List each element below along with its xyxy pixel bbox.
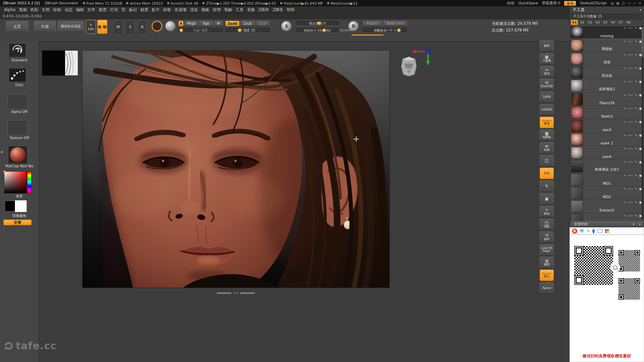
brush-icon[interactable]: ✎	[635, 26, 637, 29]
view-tab[interactable]: V8	[625, 20, 632, 25]
polypaint-dots-icon[interactable]: ∙∙∙	[628, 147, 633, 150]
titlebar-tool-icon[interactable]: ▭	[627, 1, 630, 5]
subtool-panel-title[interactable]: 子工具	[573, 7, 585, 13]
menu-item[interactable]: 图层	[99, 7, 107, 13]
handwriting-icon[interactable]: ✎	[587, 229, 590, 233]
subtool-row-eye4_1[interactable]: ▾ ∙∙∙ ✎ ◉ eye4_1	[570, 133, 644, 146]
menu-item[interactable]: 渲染	[190, 7, 198, 13]
brush-icon[interactable]: ✎	[635, 80, 637, 83]
replay-last-button[interactable]: 重缴最后	[363, 21, 382, 26]
subtool-row-extract2[interactable]: ▾ ∙∙∙ ✎ ◉ Extract2	[570, 200, 644, 213]
menu-item[interactable]: 编辑	[76, 7, 84, 13]
right-shelf-button-scroll[interactable]: ↔ 滚动	[540, 66, 554, 77]
right-shelf-button-orbit[interactable]: ↻	[540, 180, 554, 192]
subtool-row-fibers39[interactable]: ▾ ∙∙∙ ✎ ◉ Fibers39	[570, 93, 644, 106]
polypaint-dots-icon[interactable]: ∙∙∙	[628, 53, 633, 56]
subtool-thumbnail[interactable]	[571, 107, 583, 119]
z-intensity-slider[interactable]: Z 强度 25	[225, 28, 270, 33]
brush-icon[interactable]: ✎	[635, 67, 637, 70]
subtool-thumbnail[interactable]	[571, 174, 583, 186]
subtool-thumbnail[interactable]	[571, 200, 583, 213]
stroke-thumbnail[interactable]	[9, 68, 26, 82]
focal-shift-slider[interactable]: 焦点衰减 0	[296, 21, 339, 26]
right-shelf-button-zoom2d[interactable]: ◎ Zoom2D	[540, 78, 554, 90]
menu-item[interactable]: 拾取	[163, 7, 171, 13]
menu-item[interactable]: 帮助	[287, 7, 295, 13]
texture-thumbnail[interactable]	[7, 120, 28, 135]
right-shelf-button-xyz[interactable]: XYZ	[540, 168, 554, 179]
current-brush-icon[interactable]	[151, 20, 163, 33]
menu-item[interactable]: 标记	[129, 7, 137, 13]
lightbox-button[interactable]: 灯箱	[34, 21, 56, 32]
sogou-logo-icon[interactable]: S	[572, 228, 577, 234]
m-button[interactable]: M	[214, 21, 223, 26]
polypaint-dots-icon[interactable]: ∙∙∙	[628, 94, 633, 97]
caret-down-icon[interactable]: ▾	[625, 40, 626, 43]
subtool-row[interactable]: ▾ ∙∙∙ ✎ ◉ 基础色	[570, 39, 644, 52]
caret-down-icon[interactable]: ▾	[625, 174, 626, 177]
secondary-color-swatch[interactable]	[5, 201, 15, 212]
alpha-thumbnail[interactable]	[7, 94, 28, 109]
titlebar-tool-icon[interactable]: ×	[639, 1, 641, 5]
brush-thumbnail[interactable]	[9, 43, 26, 57]
menu-toggle-button[interactable]: 菜单	[564, 1, 576, 6]
replay-last-relative-button[interactable]: 重缴最后相对	[383, 21, 407, 26]
subtool-row-eye4[interactable]: ▾ ∙∙∙ ✎ ◉ eye4	[570, 146, 644, 160]
scale-mode-button[interactable]: S	[125, 20, 135, 33]
subtool-row[interactable]: ▾ ∙∙∙ ✎ ◉ 身体预设 少女1	[570, 160, 644, 173]
polypaint-dots-icon[interactable]: ∙∙∙	[628, 120, 633, 123]
menu-item[interactable]: 文件	[87, 7, 95, 13]
polypaint-dots-icon[interactable]: ∙∙∙	[628, 80, 633, 83]
chevron-down-icon[interactable]: ▾	[640, 8, 641, 12]
adjust-last-slider[interactable]: 调整最后一个 1	[363, 28, 407, 33]
panel-scrollbar[interactable]	[642, 25, 643, 219]
list-all-button[interactable]: 全部列出	[571, 221, 630, 227]
brush-icon[interactable]: ✎	[635, 53, 637, 56]
subtool-row-moxing[interactable]: ▾ ∙∙∙ ✎ ◉ moxing	[570, 25, 644, 39]
subtool-thumbnail[interactable]	[571, 120, 583, 132]
caret-down-icon[interactable]: ▾	[625, 53, 626, 56]
menu-item[interactable]: 宏	[121, 7, 125, 13]
stroke-preview-thumbnail[interactable]	[42, 50, 78, 76]
caret-down-icon[interactable]: ▾	[625, 120, 626, 123]
a-toggle-button[interactable]: A	[178, 21, 183, 26]
right-shelf-button-rotate[interactable]: ↺ 旋转	[540, 231, 554, 243]
zcut-button[interactable]: Zcut	[256, 21, 270, 26]
caret-down-icon[interactable]: ▾	[625, 134, 626, 137]
polypaint-dots-icon[interactable]: ∙∙∙	[628, 174, 633, 177]
move-mode-button[interactable]: M	[113, 20, 123, 33]
brush-icon[interactable]: ✎	[635, 201, 637, 204]
brush-icon[interactable]: ✎	[635, 94, 637, 97]
scroll-down-icon[interactable]: ▾	[640, 16, 641, 18]
material-thumbnail[interactable]	[8, 146, 28, 164]
right-shelf-button-lsym[interactable]: ⇄ 对称	[540, 142, 554, 154]
head-gizmo[interactable]	[400, 55, 418, 78]
dynamic-mode-button[interactable]: D	[347, 20, 360, 33]
zsub-button[interactable]: Zsub	[240, 21, 255, 26]
scrollbar-thumb[interactable]	[642, 27, 643, 57]
current-material-sphere[interactable]	[164, 20, 176, 33]
right-shelf-button-aahalf[interactable]: AA50%	[540, 104, 554, 115]
subtool-thumbnail[interactable]	[571, 160, 583, 172]
ui-transparent-label[interactable]: 界面透明 0	[542, 1, 560, 6]
menu-item[interactable]: 灯光	[110, 7, 118, 13]
titlebar-tool-icon[interactable]: ◫	[622, 1, 625, 5]
draw-size-slider[interactable]: 绘制大小 26.8692	[296, 28, 339, 33]
panel-collapse-icon[interactable]: ◀	[0, 150, 3, 154]
switch-color-button[interactable]: 交替	[3, 220, 32, 225]
preview-boolean-button[interactable]: 预览布尔渲染	[58, 21, 84, 32]
home-button[interactable]: 主页	[6, 21, 28, 32]
menu-item[interactable]: 笔触	[224, 7, 232, 13]
brush-icon[interactable]: ✎	[635, 174, 637, 177]
brush-icon[interactable]: ✎	[635, 147, 637, 150]
menu-item[interactable]: 材质	[140, 7, 148, 13]
menu-item[interactable]: 工具	[235, 7, 244, 13]
titlebar-tool-icon[interactable]: ▤	[611, 1, 614, 5]
brush-icon[interactable]: ✎	[635, 40, 637, 43]
subtool-row-eye3[interactable]: ▾ ∙∙∙ ✎ ◉ eye3	[570, 119, 644, 133]
rgb-intensity-slider[interactable]: Rgb 强度	[178, 28, 223, 33]
caret-down-icon[interactable]: ▾	[625, 80, 626, 83]
caret-down-icon[interactable]: ▾	[625, 187, 626, 190]
menu-item[interactable]: Alpha	[4, 7, 15, 12]
caret-down-icon[interactable]: ▾	[625, 214, 626, 217]
